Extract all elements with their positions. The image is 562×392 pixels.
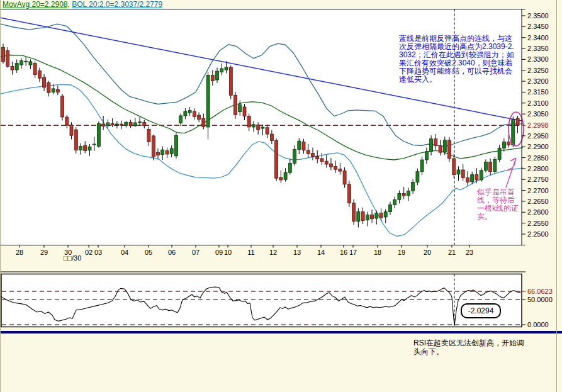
candle-down <box>379 213 383 218</box>
date-tick-label: 21 <box>448 249 456 256</box>
candle-up <box>298 141 301 149</box>
candle-down <box>257 125 260 130</box>
candle-down <box>111 123 114 125</box>
candle-up <box>357 212 360 221</box>
date-tick-label: 14 <box>317 249 325 256</box>
price-tick-label: 2.2900 <box>527 143 549 150</box>
candle-down <box>198 115 201 119</box>
panel-divider <box>1 331 562 333</box>
price-tick-label: 2.2650 <box>527 198 549 205</box>
rsi-annotation: RSI在超卖区无法创新高，开始调头向下。 <box>413 339 524 356</box>
candle-up <box>284 172 287 179</box>
rsi-tick-label: 66.0623 <box>527 288 553 295</box>
candle-down <box>43 77 46 87</box>
price-tick-label: 2.2800 <box>527 165 549 172</box>
candle-up <box>393 199 396 204</box>
candle-down <box>452 159 456 175</box>
candle-up <box>457 170 460 174</box>
candle-down <box>61 96 64 117</box>
candle-up <box>216 71 219 80</box>
candle-up <box>115 124 118 125</box>
candle-up <box>443 140 446 152</box>
date-tick-label: 29 <box>40 249 48 256</box>
candle-up <box>512 120 515 145</box>
candle-down <box>38 70 41 78</box>
candle-down <box>70 125 73 136</box>
candle-down <box>361 212 364 221</box>
candle-up <box>398 194 401 200</box>
annotation-line: 逢低买入。 <box>399 76 514 84</box>
candle-up <box>416 172 419 182</box>
date-tick-label: 07 <box>192 249 200 256</box>
candle-down <box>275 141 278 179</box>
candle-up <box>184 111 187 116</box>
candle-down <box>320 159 323 162</box>
candle-up <box>493 159 497 171</box>
candle-down <box>2 47 5 62</box>
candle-down <box>193 111 196 116</box>
candle-up <box>252 125 255 127</box>
candle-up <box>20 61 23 65</box>
price-tick-label: 2.2950 <box>527 132 549 140</box>
candle-up <box>420 160 424 172</box>
candle-up <box>161 150 164 155</box>
candle-down <box>306 150 310 154</box>
current-price-label: 2.2998 <box>527 121 549 129</box>
candle-up <box>239 105 242 112</box>
candle-down <box>279 177 283 180</box>
price-tick-label: 2.3350 <box>527 45 549 52</box>
date-tick-label: 09 <box>215 249 223 256</box>
bollinger-label: BOL 20:2.0=2.3037/2.2779 <box>72 0 162 9</box>
candle-down <box>166 150 169 154</box>
candle-up <box>206 75 210 127</box>
price-tick-label: 2.2550 <box>527 220 549 227</box>
candle-down <box>65 117 69 125</box>
price-tick-label: 2.3450 <box>527 23 549 30</box>
window-right-border <box>556 0 557 392</box>
candle-up <box>97 123 100 146</box>
chart-window: 2.35002.34502.34002.33502.33002.32502.32… <box>0 0 562 392</box>
candle-down <box>516 118 519 125</box>
date-tick-label: 28 <box>16 249 23 256</box>
date-tick-label: 04 <box>121 249 128 256</box>
candle-down <box>489 162 492 172</box>
candle-down <box>84 145 87 150</box>
candle-down <box>102 124 105 126</box>
annotation-line: RSI在超卖区无法创新高，开始调 <box>413 339 524 347</box>
rsi-tick-label: 0.0000 <box>527 321 549 328</box>
date-tick-label: 05 <box>145 249 152 256</box>
candle-down <box>234 95 237 115</box>
candle-down <box>434 139 437 146</box>
candle-up <box>261 127 264 128</box>
candle-up <box>498 148 501 159</box>
trendline-annotation: 蓝线是前期反弹高点的连线，与这次反弹相隔最近的高点为2.3039-2.3032；… <box>399 35 514 84</box>
candle-down <box>11 67 14 70</box>
candle-down <box>56 89 59 92</box>
candle-down <box>143 122 146 126</box>
candle-up <box>389 205 392 212</box>
candle-up <box>425 152 428 160</box>
rsi-tick-label: 50.0000 <box>527 296 553 303</box>
price-tick-label: 2.2600 <box>527 208 549 216</box>
annotation-line: 实。 <box>477 213 519 221</box>
candle-down <box>243 107 246 116</box>
candle-up <box>52 89 55 92</box>
candle-up <box>15 64 18 70</box>
candle-up <box>471 175 474 182</box>
candle-down <box>475 175 478 180</box>
candle-down <box>129 122 132 126</box>
candle-down <box>147 129 150 142</box>
candle-down <box>507 142 510 145</box>
candle-down <box>302 142 305 150</box>
candle-down <box>202 118 205 126</box>
candle-up <box>29 62 32 65</box>
candle-down <box>448 140 451 159</box>
candle-down <box>343 171 346 184</box>
price-tick-label: 2.3150 <box>527 88 549 96</box>
candle-up <box>179 116 183 123</box>
candle-up <box>412 182 415 191</box>
x-axis-sub-label: □□/30 <box>53 254 91 262</box>
candle-up <box>293 149 296 163</box>
candle-up <box>79 147 82 150</box>
candle-up <box>225 67 228 70</box>
